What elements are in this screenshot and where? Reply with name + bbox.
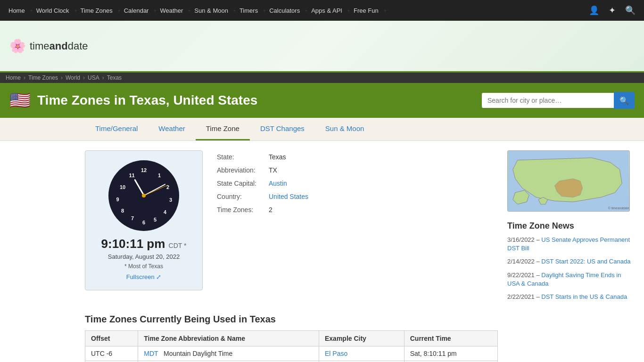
- breadcrumb: Home › Time Zones › World › USA › Texas: [0, 73, 644, 83]
- clock-num-12: 12: [141, 167, 147, 173]
- svg-marker-2: [513, 190, 529, 205]
- cell-abbr-mdt: MDT Mountain Daylight Time: [138, 346, 319, 361]
- fullscreen-link[interactable]: Fullscreen ⤢: [126, 273, 162, 280]
- clock-num-6: 6: [142, 220, 145, 225]
- left-column: 12 1 2 3 4 5 6 7 8 9 10 11: [85, 150, 498, 362]
- digital-date: Saturday, August 20, 2022: [108, 253, 180, 260]
- info-label-capital: State Capital:: [217, 177, 269, 190]
- state-info-table: State: Texas Abbreviation: TX State Capi…: [217, 150, 314, 216]
- breadcrumb-home[interactable]: Home: [6, 74, 21, 81]
- info-label-state: State:: [217, 150, 269, 164]
- clock-note: * Most of Texas: [124, 263, 163, 270]
- nav-weather[interactable]: Weather: [156, 0, 187, 21]
- main-content: 12 1 2 3 4 5 6 7 8 9 10 11: [0, 141, 644, 362]
- hero-bar: 🇺🇸 Time Zones in Texas, United States 🔍: [0, 83, 644, 118]
- info-label-tz-count: Time Zones:: [217, 203, 269, 216]
- nav-world-clock[interactable]: World Clock: [33, 0, 73, 21]
- info-value-capital: Austin: [269, 177, 314, 190]
- breadcrumb-sep-3: ›: [83, 74, 85, 81]
- col-offset: Offset: [85, 331, 138, 346]
- mdt-link[interactable]: MDT: [144, 350, 158, 357]
- clock-num-8: 8: [121, 208, 124, 214]
- tabs-bar: Time/General Weather Time Zone DST Chang…: [0, 118, 644, 141]
- info-label-country: Country:: [217, 190, 269, 203]
- info-row-abbr: Abbreviation: TX: [217, 164, 314, 177]
- tab-sun-moon[interactable]: Sun & Moon: [315, 118, 375, 140]
- nav-calendar[interactable]: Calendar: [120, 0, 153, 21]
- share-icon[interactable]: ✦: [605, 0, 619, 21]
- clock-num-11: 11: [129, 173, 134, 178]
- nav-timers[interactable]: Timers: [236, 0, 262, 21]
- info-row-country: Country: United States: [217, 190, 314, 203]
- clock-center-dot: [142, 194, 146, 197]
- news-item: 9/22/2021 – Daylight Saving Time Ends in…: [507, 271, 635, 288]
- col-abbr-name: Time Zone Abbreviation & Name: [138, 331, 319, 346]
- usa-map-svg: © timeanddate.com: [508, 151, 629, 211]
- news-link-4[interactable]: DST Starts in the US & Canada: [541, 293, 627, 300]
- tab-dst-changes[interactable]: DST Changes: [250, 118, 315, 140]
- breadcrumb-sep-1: ›: [24, 74, 25, 81]
- info-block: 12 1 2 3 4 5 6 7 8 9 10 11: [85, 150, 498, 300]
- clock-num-1: 1: [158, 173, 161, 178]
- news-link-2[interactable]: DST Start 2022: US and Canada: [541, 258, 630, 265]
- breadcrumb-time-zones[interactable]: Time Zones: [28, 74, 58, 81]
- news-list: 3/16/2022 – US Senate Approves Permanent…: [507, 236, 635, 301]
- cell-offset-utc6: UTC -6: [85, 346, 138, 361]
- capital-link[interactable]: Austin: [269, 180, 287, 187]
- news-date-3: 9/22/2021 –: [507, 272, 541, 279]
- elpaso-link[interactable]: El Paso: [325, 350, 347, 357]
- search-button[interactable]: 🔍: [614, 92, 635, 109]
- breadcrumb-usa[interactable]: USA: [88, 74, 99, 81]
- site-logo[interactable]: 🌸 timeanddate: [9, 38, 88, 54]
- clock-num-4: 4: [164, 209, 166, 215]
- nav-calculators[interactable]: Calculators: [265, 0, 304, 21]
- news-date-2: 2/14/2022 –: [507, 258, 541, 265]
- table-row: UTC -6 MDT Mountain Daylight Time El Pas…: [85, 346, 498, 361]
- search-input[interactable]: [482, 93, 614, 108]
- tab-time-zone[interactable]: Time Zone: [196, 118, 250, 140]
- news-date-4: 2/22/2021 –: [507, 293, 541, 300]
- news-section: Time Zone News 3/16/2022 – US Senate App…: [507, 221, 635, 301]
- breadcrumb-sep-2: ›: [61, 74, 63, 81]
- info-value-abbr: TX: [269, 164, 314, 177]
- country-link[interactable]: United States: [269, 193, 308, 200]
- clock-card: 12 1 2 3 4 5 6 7 8 9 10 11: [85, 150, 203, 290]
- info-value-state: Texas: [269, 150, 314, 164]
- account-icon[interactable]: 👤: [585, 0, 603, 21]
- page-title: Time Zones in Texas, United States: [37, 93, 257, 108]
- tab-time-general[interactable]: Time/General: [85, 118, 148, 140]
- tab-weather[interactable]: Weather: [148, 118, 195, 140]
- logo-text: timeanddate: [30, 40, 88, 52]
- nav-apps-api[interactable]: Apps & API: [307, 0, 346, 21]
- nav-free-fun-chevron: ▾: [384, 8, 386, 13]
- clock-num-10: 10: [120, 184, 125, 190]
- hero-title-block: 🇺🇸 Time Zones in Texas, United States: [9, 90, 257, 110]
- clock-num-7: 7: [131, 215, 134, 221]
- breadcrumb-texas[interactable]: Texas: [107, 74, 122, 81]
- nav-free-fun[interactable]: Free Fun: [350, 0, 382, 21]
- svg-text:© timeanddate.com: © timeanddate.com: [608, 206, 629, 210]
- search-icon[interactable]: 🔍: [621, 0, 639, 21]
- usa-map: © timeanddate.com: [507, 150, 630, 212]
- news-heading: Time Zone News: [507, 221, 635, 231]
- clock-face: 12 1 2 3 4 5 6 7 8 9 10 11: [108, 160, 179, 231]
- breadcrumb-world[interactable]: World: [66, 74, 80, 81]
- news-item: 3/16/2022 – US Senate Approves Permanent…: [507, 236, 635, 253]
- info-value-tz-count: 2: [269, 203, 314, 216]
- table-header-row: Offset Time Zone Abbreviation & Name Exa…: [85, 331, 498, 346]
- top-navigation: Home▾ World Clock▾ Time Zones▾ Calendar▾…: [0, 0, 644, 21]
- clock-num-3: 3: [169, 197, 172, 203]
- logo-area: 🌸 timeanddate: [0, 21, 644, 73]
- nav-time-zones[interactable]: Time Zones: [77, 0, 116, 21]
- nav-sun-moon[interactable]: Sun & Moon: [190, 0, 232, 21]
- info-row-tz-count: Time Zones: 2: [217, 203, 314, 216]
- news-item: 2/14/2022 – DST Start 2022: US and Canad…: [507, 257, 635, 266]
- clock-num-9: 9: [116, 197, 119, 202]
- info-row-capital: State Capital: Austin: [217, 177, 314, 190]
- cell-city-elpaso: El Paso: [319, 346, 404, 361]
- news-item: 2/22/2021 – DST Starts in the US & Canad…: [507, 293, 635, 301]
- nav-home[interactable]: Home: [5, 0, 29, 21]
- info-label-abbr: Abbreviation:: [217, 164, 269, 177]
- clock-num-5: 5: [154, 217, 157, 222]
- cell-time-utc6: Sat, 8:10:11 pm: [404, 346, 497, 361]
